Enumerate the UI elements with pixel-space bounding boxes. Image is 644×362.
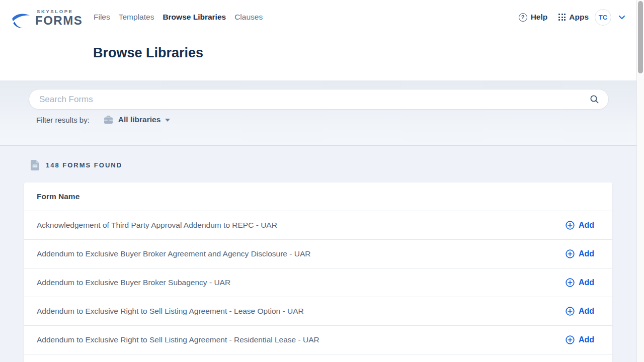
plus-circle-icon	[566, 335, 575, 344]
table-row: Addendum to Exclusive Right to Sell List…	[24, 326, 612, 354]
table-row: Addendum to Exclusive Buyer Broker Subag…	[24, 268, 612, 297]
apps-label: Apps	[569, 13, 589, 22]
library-filter-dropdown[interactable]: All libraries	[104, 115, 170, 124]
results-count-text: 148 FORMS FOUND	[46, 161, 122, 169]
plus-circle-icon	[566, 307, 575, 316]
add-button-label: Add	[579, 335, 594, 344]
forms-table: Form Name Acknowledgement of Third Party…	[24, 183, 612, 362]
caret-down-icon	[165, 119, 170, 122]
plus-circle-icon	[566, 221, 575, 230]
filter-row: Filter results by: All libraries	[36, 115, 170, 124]
app-header: SKYSLOPE FORMS Files Templates Browse Li…	[0, 0, 636, 80]
scrollbar-thumb[interactable]	[638, 1, 643, 73]
browse-libraries-page: SKYSLOPE FORMS Files Templates Browse Li…	[0, 0, 644, 362]
form-name: Addendum to Exclusive Right to Sell List…	[37, 335, 319, 344]
add-button[interactable]: Add	[566, 333, 594, 346]
table-row: Addendum to Exclusive Right to Sell List…	[24, 297, 612, 326]
chevron-down-icon[interactable]	[618, 15, 625, 20]
add-button[interactable]: Add	[566, 219, 594, 232]
add-button[interactable]: Add	[566, 247, 594, 260]
table-row: Acknowledgement of Third Party Approval …	[24, 211, 612, 240]
table-row: Addendum to Exclusive Buyer Broker Agree…	[24, 240, 612, 268]
nav-item-browse-libraries[interactable]: Browse Libraries	[163, 13, 226, 22]
search-input[interactable]	[39, 95, 589, 105]
main-nav: Files Templates Browse Libraries Clauses	[94, 0, 263, 34]
skyslope-swoosh-icon	[11, 13, 32, 31]
add-button-label: Add	[579, 278, 594, 287]
add-button-label: Add	[579, 221, 594, 230]
results-count: 148 FORMS FOUND	[31, 160, 122, 170]
search-section: Filter results by: All libraries	[0, 80, 636, 146]
nav-item-clauses[interactable]: Clauses	[234, 13, 263, 22]
search-bar	[29, 89, 609, 110]
add-button-label: Add	[579, 249, 594, 258]
page-title: Browse Libraries	[93, 45, 203, 61]
form-name: Addendum to Exclusive Buyer Broker Agree…	[37, 249, 310, 258]
user-menu: TC	[595, 0, 625, 34]
search-button[interactable]	[589, 94, 600, 105]
nav-item-templates[interactable]: Templates	[119, 13, 154, 22]
table-row-partial	[24, 354, 612, 362]
search-icon	[590, 95, 599, 104]
skyslope-forms-logo[interactable]: SKYSLOPE FORMS	[11, 9, 83, 31]
brand-name-forms: FORMS	[35, 14, 83, 27]
form-name: Addendum to Exclusive Right to Sell List…	[37, 307, 304, 316]
form-name: Addendum to Exclusive Buyer Broker Subag…	[37, 278, 230, 287]
add-button[interactable]: Add	[566, 305, 594, 318]
library-filter-value: All libraries	[118, 115, 160, 124]
column-header-form-name: Form Name	[37, 192, 79, 201]
add-button[interactable]: Add	[566, 276, 594, 289]
help-button[interactable]: ? Help	[519, 13, 548, 22]
filter-label: Filter results by:	[36, 116, 90, 124]
briefcase-icon	[104, 116, 113, 124]
add-button-label: Add	[579, 307, 594, 316]
plus-circle-icon	[566, 249, 575, 258]
form-name: Acknowledgement of Third Party Approval …	[37, 221, 277, 230]
header-actions: ? Help Apps	[519, 0, 589, 34]
results-section: 148 FORMS FOUND Form Name Acknowledgemen…	[0, 146, 636, 362]
help-label: Help	[531, 13, 548, 22]
nav-item-files[interactable]: Files	[94, 13, 110, 22]
scrollbar[interactable]	[636, 0, 644, 362]
apps-button[interactable]: Apps	[558, 13, 589, 22]
brand-text: SKYSLOPE FORMS	[35, 9, 83, 27]
apps-grid-icon	[558, 14, 566, 21]
plus-circle-icon	[566, 278, 575, 287]
help-icon: ?	[519, 13, 527, 22]
document-icon	[31, 160, 39, 170]
avatar[interactable]: TC	[595, 9, 611, 26]
table-header-row: Form Name	[24, 183, 612, 211]
